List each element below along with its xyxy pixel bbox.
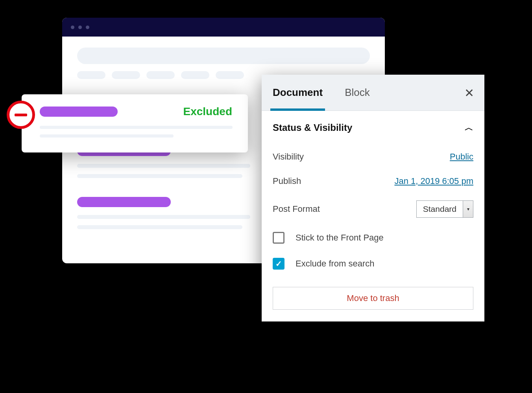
stick-label: Stick to the Front Page [296, 233, 384, 243]
exclude-from-search-row: ✓ Exclude from search [273, 251, 473, 277]
dropdown-arrow-icon: ▾ [463, 201, 473, 217]
traffic-dot [71, 26, 74, 29]
section-header[interactable]: Status & Visibility ︿ [273, 111, 473, 145]
post-format-row: Post Format Standard ▾ [273, 193, 473, 225]
result-line-skeleton [77, 225, 242, 229]
status-visibility-section: Status & Visibility ︿ Visibility Public … [262, 111, 484, 310]
stick-checkbox[interactable] [273, 232, 284, 244]
callout-title-skeleton [40, 107, 118, 117]
post-format-value: Standard [417, 201, 463, 217]
tab-document[interactable]: Document [273, 75, 323, 110]
search-skeleton [77, 48, 370, 64]
visibility-label: Visibility [273, 152, 304, 162]
chevron-up-icon: ︿ [465, 122, 473, 134]
traffic-dot [78, 26, 82, 29]
excluded-callout: Excluded [22, 94, 248, 152]
publish-row: Publish Jan 1, 2019 6:05 pm [273, 169, 473, 193]
document-sidebar: Document Block ✕ Status & Visibility ︿ V… [262, 75, 484, 321]
exclude-checkbox[interactable]: ✓ [273, 258, 284, 270]
publish-label: Publish [273, 176, 301, 186]
result-title-skeleton [77, 197, 171, 207]
filter-pill [77, 71, 105, 79]
close-icon[interactable]: ✕ [464, 86, 474, 99]
visibility-value-link[interactable]: Public [450, 152, 473, 162]
result-line-skeleton [77, 174, 242, 178]
filter-pill [181, 71, 209, 79]
sidebar-tabs: Document Block ✕ [262, 75, 484, 111]
filter-pill [146, 71, 175, 79]
stick-front-page-row: Stick to the Front Page [273, 225, 473, 251]
callout-line-skeleton [40, 134, 174, 138]
post-format-select[interactable]: Standard ▾ [416, 200, 473, 218]
visibility-row: Visibility Public [273, 145, 473, 169]
filter-pill [112, 71, 140, 79]
excluded-badge: Excluded [183, 105, 232, 118]
filter-pill [216, 71, 244, 79]
window-title-bar [62, 18, 385, 37]
tab-block[interactable]: Block [345, 75, 370, 110]
minus-circle-icon [7, 101, 35, 129]
exclude-label: Exclude from search [296, 259, 375, 269]
post-format-label: Post Format [273, 204, 320, 214]
result-line-skeleton [77, 164, 250, 168]
move-to-trash-button[interactable]: Move to trash [273, 287, 473, 310]
callout-line-skeleton [40, 126, 233, 129]
traffic-dot [86, 26, 89, 29]
section-title: Status & Visibility [273, 122, 352, 133]
publish-value-link[interactable]: Jan 1, 2019 6:05 pm [394, 176, 473, 186]
result-line-skeleton [77, 215, 250, 219]
